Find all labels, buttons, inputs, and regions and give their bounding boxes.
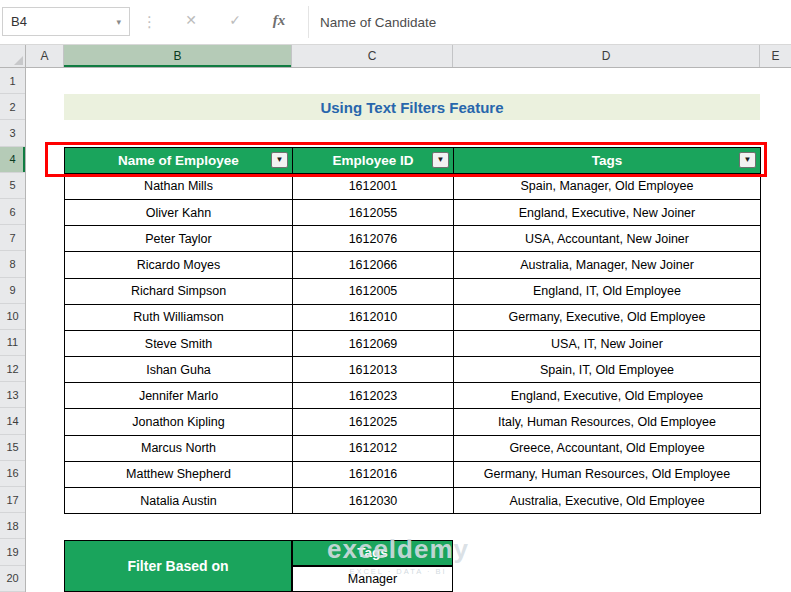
formula-bar-divider <box>308 6 309 38</box>
table-cell[interactable]: 1612023 <box>293 383 454 409</box>
filter-dropdown-icon[interactable]: ▼ <box>739 152 756 168</box>
row-header-16[interactable]: 16 <box>0 461 25 487</box>
table-cell[interactable]: Ricardo Moyes <box>65 252 293 278</box>
row-headers: 1234567891011121314151617181920 <box>0 68 26 592</box>
cells-area: Using Text Filters Feature Name of Emplo… <box>26 68 791 592</box>
header-label: Tags <box>592 153 623 168</box>
table-row: Matthew Shepherd1612016Germany, Human Re… <box>65 461 761 487</box>
table-cell[interactable]: Matthew Shepherd <box>65 461 293 487</box>
column-header-E[interactable]: E <box>760 45 791 67</box>
header-label: Name of Employee <box>118 153 239 168</box>
table-cell[interactable]: 1612012 <box>293 435 454 461</box>
enter-icon[interactable]: ✓ <box>220 12 250 28</box>
table-row: Ishan Guha1612013Spain, IT, Old Employee <box>65 357 761 383</box>
table-cell[interactable]: England, IT, Old Employee <box>454 278 761 304</box>
table-cell[interactable]: 1612010 <box>293 304 454 330</box>
table-header-row: Name of Employee ▼ Employee ID ▼ Tags ▼ <box>65 147 761 173</box>
row-header-1[interactable]: 1 <box>0 68 25 94</box>
row-header-11[interactable]: 11 <box>0 330 25 356</box>
table-cell[interactable]: 1612030 <box>293 488 454 514</box>
table-cell[interactable]: 1612076 <box>293 226 454 252</box>
table-row: Oliver Kahn1612055England, Executive, Ne… <box>65 199 761 225</box>
row-header-15[interactable]: 15 <box>0 435 25 461</box>
table-cell[interactable]: Germany, Executive, Old Employee <box>454 304 761 330</box>
table-cell[interactable]: Nathan Mills <box>65 173 293 199</box>
name-box-dropdown-icon[interactable]: ▾ <box>116 17 121 27</box>
table-cell[interactable]: 1612005 <box>293 278 454 304</box>
table-cell[interactable]: 1612066 <box>293 252 454 278</box>
table-cell[interactable]: Germany, Human Resources, Old Employee <box>454 461 761 487</box>
row-header-17[interactable]: 17 <box>0 487 25 513</box>
row-header-5[interactable]: 5 <box>0 173 25 199</box>
table-row: Ruth Williamson1612010Germany, Executive… <box>65 304 761 330</box>
table-row: Jennifer Marlo1612023England, Executive,… <box>65 383 761 409</box>
table-cell[interactable]: Natalia Austin <box>65 488 293 514</box>
column-header-C[interactable]: C <box>292 45 453 67</box>
table-row: Ricardo Moyes1612066Australia, Manager, … <box>65 252 761 278</box>
table-cell[interactable]: Jonathon Kipling <box>65 409 293 435</box>
formula-bar-input[interactable]: Name of Candidate <box>320 0 436 44</box>
filter-tags-header-cell[interactable]: Tags <box>292 540 453 566</box>
table-cell[interactable]: Spain, Manager, Old Employee <box>454 173 761 199</box>
name-box[interactable]: B4 ▾ <box>2 7 130 36</box>
table-cell[interactable]: Ruth Williamson <box>65 304 293 330</box>
table-row: Jonathon Kipling1612025Italy, Human Reso… <box>65 409 761 435</box>
table-cell[interactable]: USA, IT, New Joiner <box>454 330 761 356</box>
select-all-corner[interactable] <box>0 45 26 68</box>
header-cell-name-of-employee[interactable]: Name of Employee ▼ <box>65 147 293 173</box>
table-cell[interactable]: 1612001 <box>293 173 454 199</box>
row-header-7[interactable]: 7 <box>0 225 25 251</box>
table-cell[interactable]: 1612016 <box>293 461 454 487</box>
column-header-D[interactable]: D <box>453 45 760 67</box>
row-header-8[interactable]: 8 <box>0 251 25 277</box>
table-row: Richard Simpson1612005England, IT, Old E… <box>65 278 761 304</box>
row-header-14[interactable]: 14 <box>0 408 25 434</box>
row-header-18[interactable]: 18 <box>0 513 25 539</box>
table-cell[interactable]: Ishan Guha <box>65 357 293 383</box>
table-cell[interactable]: Australia, Manager, New Joiner <box>454 252 761 278</box>
table-cell[interactable]: Spain, IT, Old Employee <box>454 357 761 383</box>
table-row: Nathan Mills1612001Spain, Manager, Old E… <box>65 173 761 199</box>
header-cell-tags[interactable]: Tags ▼ <box>454 147 761 173</box>
table-cell[interactable]: England, Executive, Old Employee <box>454 383 761 409</box>
table-cell[interactable]: 1612025 <box>293 409 454 435</box>
row-header-4[interactable]: 4 <box>0 147 25 173</box>
column-header-B[interactable]: B <box>64 45 292 67</box>
row-header-13[interactable]: 13 <box>0 382 25 408</box>
formula-toolbar: B4 ▾ ⋮ ✕ ✓ fx Name of Candidate <box>0 0 791 45</box>
table-cell[interactable]: Steve Smith <box>65 330 293 356</box>
row-header-2[interactable]: 2 <box>0 94 25 120</box>
header-cell-employee-id[interactable]: Employee ID ▼ <box>293 147 454 173</box>
table-cell[interactable]: 1612013 <box>293 357 454 383</box>
table-cell[interactable]: 1612069 <box>293 330 454 356</box>
title-banner: Using Text Filters Feature <box>64 94 760 120</box>
row-header-20[interactable]: 20 <box>0 566 25 592</box>
table-cell[interactable]: Italy, Human Resources, Old Employee <box>454 409 761 435</box>
table-cell[interactable]: Richard Simpson <box>65 278 293 304</box>
table-cell[interactable]: Oliver Kahn <box>65 199 293 225</box>
table-cell[interactable]: Jennifer Marlo <box>65 383 293 409</box>
name-box-value: B4 <box>11 14 27 29</box>
table-cell[interactable]: Greece, Accountant, Old Employee <box>454 435 761 461</box>
insert-function-icon[interactable]: fx <box>264 12 294 29</box>
cancel-icon[interactable]: ✕ <box>176 12 206 28</box>
row-header-6[interactable]: 6 <box>0 199 25 225</box>
table-cell[interactable]: England, Executive, New Joiner <box>454 199 761 225</box>
column-headers: A B C D E <box>26 45 791 68</box>
row-header-10[interactable]: 10 <box>0 304 25 330</box>
row-header-19[interactable]: 19 <box>0 539 25 565</box>
table-row: Peter Taylor1612076USA, Accountant, New … <box>65 226 761 252</box>
filter-label-cell[interactable]: Filter Based on <box>64 540 292 592</box>
table-cell[interactable]: Peter Taylor <box>65 226 293 252</box>
table-cell[interactable]: Australia, Executive, Old Employee <box>454 488 761 514</box>
filter-dropdown-icon[interactable]: ▼ <box>271 152 288 168</box>
table-cell[interactable]: USA, Accountant, New Joiner <box>454 226 761 252</box>
row-header-3[interactable]: 3 <box>0 120 25 146</box>
row-header-12[interactable]: 12 <box>0 356 25 382</box>
column-header-A[interactable]: A <box>26 45 64 67</box>
filter-dropdown-icon[interactable]: ▼ <box>432 152 449 168</box>
filter-value-cell[interactable]: Manager <box>292 566 453 592</box>
table-cell[interactable]: Marcus North <box>65 435 293 461</box>
table-cell[interactable]: 1612055 <box>293 199 454 225</box>
row-header-9[interactable]: 9 <box>0 278 25 304</box>
